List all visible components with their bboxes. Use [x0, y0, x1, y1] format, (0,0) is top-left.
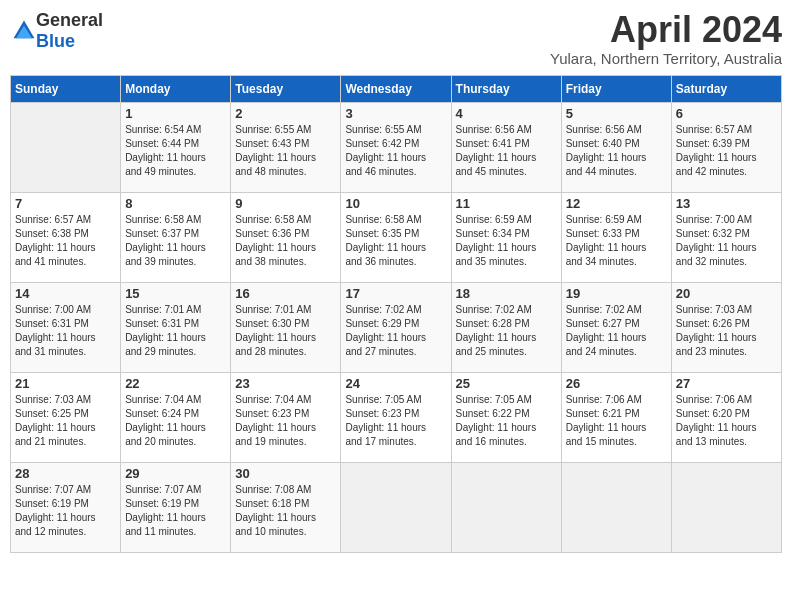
logo-general: General — [36, 10, 103, 30]
day-info: Sunrise: 7:00 AM Sunset: 6:32 PM Dayligh… — [676, 213, 777, 269]
logo-blue: Blue — [36, 31, 75, 51]
calendar-header-monday: Monday — [121, 75, 231, 102]
day-info: Sunrise: 6:56 AM Sunset: 6:41 PM Dayligh… — [456, 123, 557, 179]
calendar-cell — [451, 462, 561, 552]
day-info: Sunrise: 7:05 AM Sunset: 6:22 PM Dayligh… — [456, 393, 557, 449]
day-number: 6 — [676, 106, 777, 121]
day-info: Sunrise: 6:56 AM Sunset: 6:40 PM Dayligh… — [566, 123, 667, 179]
day-number: 23 — [235, 376, 336, 391]
day-number: 8 — [125, 196, 226, 211]
day-info: Sunrise: 7:07 AM Sunset: 6:19 PM Dayligh… — [15, 483, 116, 539]
day-number: 21 — [15, 376, 116, 391]
title-area: April 2024 Yulara, Northern Territory, A… — [550, 10, 782, 67]
calendar-cell: 6Sunrise: 6:57 AM Sunset: 6:39 PM Daylig… — [671, 102, 781, 192]
calendar-cell: 16Sunrise: 7:01 AM Sunset: 6:30 PM Dayli… — [231, 282, 341, 372]
day-number: 2 — [235, 106, 336, 121]
calendar-body: 1Sunrise: 6:54 AM Sunset: 6:44 PM Daylig… — [11, 102, 782, 552]
day-number: 19 — [566, 286, 667, 301]
logo-icon — [12, 19, 36, 43]
calendar-week-row: 21Sunrise: 7:03 AM Sunset: 6:25 PM Dayli… — [11, 372, 782, 462]
calendar-cell — [671, 462, 781, 552]
calendar-cell: 20Sunrise: 7:03 AM Sunset: 6:26 PM Dayli… — [671, 282, 781, 372]
day-number: 5 — [566, 106, 667, 121]
calendar-header-saturday: Saturday — [671, 75, 781, 102]
calendar-cell: 12Sunrise: 6:59 AM Sunset: 6:33 PM Dayli… — [561, 192, 671, 282]
calendar-cell: 23Sunrise: 7:04 AM Sunset: 6:23 PM Dayli… — [231, 372, 341, 462]
day-number: 15 — [125, 286, 226, 301]
day-number: 18 — [456, 286, 557, 301]
day-info: Sunrise: 7:03 AM Sunset: 6:26 PM Dayligh… — [676, 303, 777, 359]
day-number: 20 — [676, 286, 777, 301]
day-info: Sunrise: 6:54 AM Sunset: 6:44 PM Dayligh… — [125, 123, 226, 179]
calendar-cell: 29Sunrise: 7:07 AM Sunset: 6:19 PM Dayli… — [121, 462, 231, 552]
day-info: Sunrise: 7:02 AM Sunset: 6:27 PM Dayligh… — [566, 303, 667, 359]
calendar-header-sunday: Sunday — [11, 75, 121, 102]
day-number: 13 — [676, 196, 777, 211]
calendar-cell: 19Sunrise: 7:02 AM Sunset: 6:27 PM Dayli… — [561, 282, 671, 372]
day-info: Sunrise: 6:55 AM Sunset: 6:43 PM Dayligh… — [235, 123, 336, 179]
day-info: Sunrise: 7:06 AM Sunset: 6:20 PM Dayligh… — [676, 393, 777, 449]
calendar-cell — [561, 462, 671, 552]
day-info: Sunrise: 7:02 AM Sunset: 6:28 PM Dayligh… — [456, 303, 557, 359]
calendar-cell: 26Sunrise: 7:06 AM Sunset: 6:21 PM Dayli… — [561, 372, 671, 462]
day-number: 22 — [125, 376, 226, 391]
calendar-cell: 10Sunrise: 6:58 AM Sunset: 6:35 PM Dayli… — [341, 192, 451, 282]
day-info: Sunrise: 7:04 AM Sunset: 6:24 PM Dayligh… — [125, 393, 226, 449]
calendar-week-row: 14Sunrise: 7:00 AM Sunset: 6:31 PM Dayli… — [11, 282, 782, 372]
day-info: Sunrise: 7:03 AM Sunset: 6:25 PM Dayligh… — [15, 393, 116, 449]
day-info: Sunrise: 6:58 AM Sunset: 6:36 PM Dayligh… — [235, 213, 336, 269]
calendar-table: SundayMondayTuesdayWednesdayThursdayFrid… — [10, 75, 782, 553]
calendar-week-row: 1Sunrise: 6:54 AM Sunset: 6:44 PM Daylig… — [11, 102, 782, 192]
day-number: 27 — [676, 376, 777, 391]
day-info: Sunrise: 7:00 AM Sunset: 6:31 PM Dayligh… — [15, 303, 116, 359]
calendar-cell: 14Sunrise: 7:00 AM Sunset: 6:31 PM Dayli… — [11, 282, 121, 372]
day-info: Sunrise: 7:08 AM Sunset: 6:18 PM Dayligh… — [235, 483, 336, 539]
day-number: 25 — [456, 376, 557, 391]
day-info: Sunrise: 7:02 AM Sunset: 6:29 PM Dayligh… — [345, 303, 446, 359]
day-number: 11 — [456, 196, 557, 211]
calendar-cell: 24Sunrise: 7:05 AM Sunset: 6:23 PM Dayli… — [341, 372, 451, 462]
calendar-cell: 7Sunrise: 6:57 AM Sunset: 6:38 PM Daylig… — [11, 192, 121, 282]
calendar-cell — [11, 102, 121, 192]
calendar-header-friday: Friday — [561, 75, 671, 102]
day-number: 17 — [345, 286, 446, 301]
day-info: Sunrise: 6:57 AM Sunset: 6:38 PM Dayligh… — [15, 213, 116, 269]
calendar-cell: 27Sunrise: 7:06 AM Sunset: 6:20 PM Dayli… — [671, 372, 781, 462]
day-number: 14 — [15, 286, 116, 301]
calendar-week-row: 7Sunrise: 6:57 AM Sunset: 6:38 PM Daylig… — [11, 192, 782, 282]
day-number: 26 — [566, 376, 667, 391]
calendar-cell: 9Sunrise: 6:58 AM Sunset: 6:36 PM Daylig… — [231, 192, 341, 282]
page-header: General Blue April 2024 Yulara, Northern… — [10, 10, 782, 67]
calendar-header-wednesday: Wednesday — [341, 75, 451, 102]
day-number: 4 — [456, 106, 557, 121]
calendar-cell — [341, 462, 451, 552]
calendar-cell: 21Sunrise: 7:03 AM Sunset: 6:25 PM Dayli… — [11, 372, 121, 462]
calendar-cell: 22Sunrise: 7:04 AM Sunset: 6:24 PM Dayli… — [121, 372, 231, 462]
calendar-header-tuesday: Tuesday — [231, 75, 341, 102]
calendar-cell: 17Sunrise: 7:02 AM Sunset: 6:29 PM Dayli… — [341, 282, 451, 372]
calendar-header-row: SundayMondayTuesdayWednesdayThursdayFrid… — [11, 75, 782, 102]
day-info: Sunrise: 7:06 AM Sunset: 6:21 PM Dayligh… — [566, 393, 667, 449]
day-number: 28 — [15, 466, 116, 481]
calendar-cell: 4Sunrise: 6:56 AM Sunset: 6:41 PM Daylig… — [451, 102, 561, 192]
day-number: 16 — [235, 286, 336, 301]
calendar-cell: 15Sunrise: 7:01 AM Sunset: 6:31 PM Dayli… — [121, 282, 231, 372]
day-info: Sunrise: 7:01 AM Sunset: 6:30 PM Dayligh… — [235, 303, 336, 359]
day-info: Sunrise: 6:57 AM Sunset: 6:39 PM Dayligh… — [676, 123, 777, 179]
location-title: Yulara, Northern Territory, Australia — [550, 50, 782, 67]
calendar-week-row: 28Sunrise: 7:07 AM Sunset: 6:19 PM Dayli… — [11, 462, 782, 552]
calendar-cell: 11Sunrise: 6:59 AM Sunset: 6:34 PM Dayli… — [451, 192, 561, 282]
day-info: Sunrise: 7:01 AM Sunset: 6:31 PM Dayligh… — [125, 303, 226, 359]
calendar-cell: 2Sunrise: 6:55 AM Sunset: 6:43 PM Daylig… — [231, 102, 341, 192]
day-number: 3 — [345, 106, 446, 121]
day-info: Sunrise: 6:58 AM Sunset: 6:37 PM Dayligh… — [125, 213, 226, 269]
day-number: 24 — [345, 376, 446, 391]
calendar-cell: 28Sunrise: 7:07 AM Sunset: 6:19 PM Dayli… — [11, 462, 121, 552]
day-number: 10 — [345, 196, 446, 211]
day-info: Sunrise: 7:04 AM Sunset: 6:23 PM Dayligh… — [235, 393, 336, 449]
month-title: April 2024 — [550, 10, 782, 50]
calendar-cell: 5Sunrise: 6:56 AM Sunset: 6:40 PM Daylig… — [561, 102, 671, 192]
day-info: Sunrise: 7:05 AM Sunset: 6:23 PM Dayligh… — [345, 393, 446, 449]
day-info: Sunrise: 6:59 AM Sunset: 6:34 PM Dayligh… — [456, 213, 557, 269]
calendar-cell: 1Sunrise: 6:54 AM Sunset: 6:44 PM Daylig… — [121, 102, 231, 192]
